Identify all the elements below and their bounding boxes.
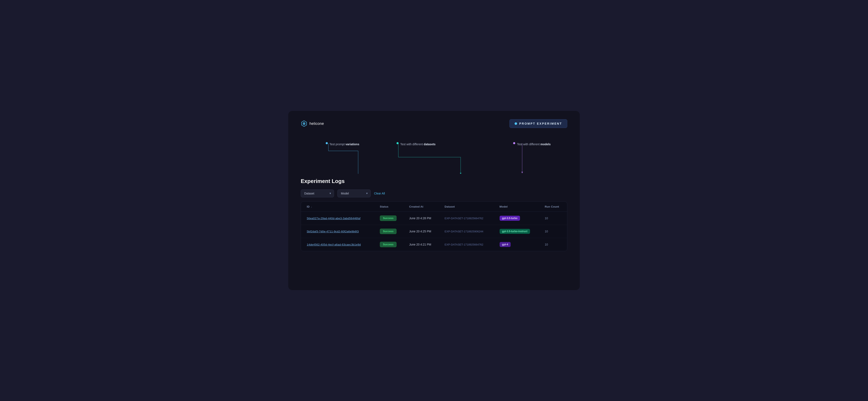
hint-text-datasets: Test with different datasets [397, 143, 435, 146]
hint-text-models: Test with different models [513, 143, 551, 146]
row-id-link[interactable]: 14de4562-405d-4ecf-a6ad-63caec3b1e9d [307, 243, 361, 246]
experiment-logs-table: ID ↓ Status Created At Dataset Model Run… [301, 202, 567, 251]
run-count-value: 10 [545, 230, 548, 233]
cell-status: Success [376, 225, 405, 238]
logo-text: helicone [309, 121, 324, 126]
dataset-value: EXP-DATASET-1718925664762 [445, 243, 483, 246]
hint-text-variations: Test prompt variations [326, 143, 359, 146]
th-created-at: Created At [405, 202, 440, 212]
cell-dataset: EXP-DATASET-1718925906244 [440, 225, 495, 238]
svg-marker-11 [521, 172, 523, 173]
model-filter-wrapper[interactable]: Model ▼ [337, 190, 371, 197]
cell-run-count: 10 [540, 212, 567, 225]
app-container: helicone PROMPT EXPERIMENT [288, 111, 580, 290]
feature-hint-datasets: Test with different datasets [397, 143, 435, 147]
logo: helicone [301, 120, 324, 127]
clear-all-button[interactable]: Clear All [374, 191, 385, 196]
svg-marker-9 [460, 173, 462, 174]
prompt-experiment-badge: PROMPT EXPERIMENT [509, 119, 567, 128]
cell-status: Success [376, 238, 405, 251]
model-badge: gpt-4 [500, 242, 510, 247]
table-header: ID ↓ Status Created At Dataset Model Run… [301, 202, 567, 212]
run-count-value: 10 [545, 217, 548, 220]
cell-model: gpt-3.5-turbo-instruct [495, 225, 540, 238]
run-count-value: 10 [545, 243, 548, 246]
cell-created-at: June 20 4:25 PM [405, 225, 440, 238]
cell-dataset: EXP-DATASET-1718925664762 [440, 238, 495, 251]
status-badge: Success [380, 229, 397, 234]
cell-status: Success [376, 212, 405, 225]
row-id-link[interactable]: 56ea027a-29ad-440d-abe3-3abd56446faf [307, 217, 361, 220]
model-select[interactable]: Model [337, 190, 371, 197]
logo-icon [301, 120, 307, 127]
badge-title: PROMPT EXPERIMENT [519, 122, 562, 125]
features-area: Test prompt variations Test with differe… [301, 141, 567, 174]
table: ID ↓ Status Created At Dataset Model Run… [301, 202, 567, 251]
cell-model: gpt-4 [495, 238, 540, 251]
cell-run-count: 10 [540, 238, 567, 251]
table-row: 5bf2daf3-7d0e-4711-9cd2-60f2a6e9b6f3 Suc… [301, 225, 567, 238]
cell-id: 14de4562-405d-4ecf-a6ad-63caec3b1e9d [301, 238, 376, 251]
th-status: Status [376, 202, 405, 212]
filters-row: Dataset ▼ Model ▼ Clear All [301, 190, 567, 197]
th-id: ID ↓ [301, 202, 376, 212]
table-body: 56ea027a-29ad-440d-abe3-3abd56446faf Suc… [301, 212, 567, 251]
cell-model: gpt-3.5-turbo [495, 212, 540, 225]
main-content: Experiment Logs Dataset ▼ Model ▼ Clear … [301, 178, 567, 251]
table-row: 14de4562-405d-4ecf-a6ad-63caec3b1e9d Suc… [301, 238, 567, 251]
table-row: 56ea027a-29ad-440d-abe3-3abd56446faf Suc… [301, 212, 567, 225]
row-id-link[interactable]: 5bf2daf3-7d0e-4711-9cd2-60f2a6e9b6f3 [307, 230, 359, 233]
status-badge: Success [380, 216, 397, 221]
header-row: ID ↓ Status Created At Dataset Model Run… [301, 202, 567, 212]
th-run-count: Run Count [540, 202, 567, 212]
badge-dot [515, 122, 517, 125]
feature-hint-variations: Test prompt variations [326, 143, 359, 147]
header: helicone PROMPT EXPERIMENT [301, 119, 567, 128]
cell-dataset: EXP-DATASET-1718925664762 [440, 212, 495, 225]
dataset-select[interactable]: Dataset [301, 190, 334, 197]
dataset-value: EXP-DATASET-1718925906244 [445, 230, 483, 233]
th-dataset: Dataset [440, 202, 495, 212]
status-badge: Success [380, 242, 397, 247]
th-model: Model [495, 202, 540, 212]
cell-created-at: June 20 4:28 PM [405, 212, 440, 225]
model-badge: gpt-3.5-turbo-instruct [500, 229, 530, 234]
model-badge: gpt-3.5-turbo [500, 216, 520, 221]
cell-created-at: June 20 4:21 PM [405, 238, 440, 251]
section-title: Experiment Logs [301, 178, 567, 184]
id-sort-icon: ↓ [311, 205, 312, 208]
cell-id: 56ea027a-29ad-440d-abe3-3abd56446faf [301, 212, 376, 225]
hint-dot-variations [326, 142, 328, 144]
cell-id: 5bf2daf3-7d0e-4711-9cd2-60f2a6e9b6f3 [301, 225, 376, 238]
feature-hint-models: Test with different models [513, 143, 551, 147]
cell-run-count: 10 [540, 225, 567, 238]
dataset-filter-wrapper[interactable]: Dataset ▼ [301, 190, 334, 197]
hint-dot-datasets [397, 142, 399, 144]
dataset-value: EXP-DATASET-1718925664762 [445, 217, 483, 220]
